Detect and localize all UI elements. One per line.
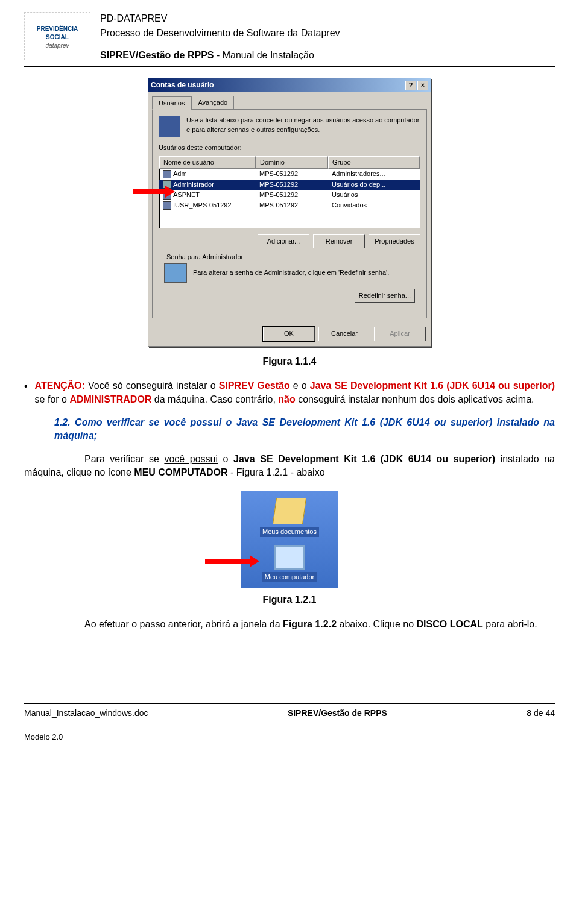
- header-text: PD-DATAPREV Processo de Desenvolvimento …: [100, 12, 555, 62]
- monitor-key-icon: [164, 263, 187, 283]
- remove-button[interactable]: Remover: [313, 234, 365, 248]
- verify-paragraph: Para verificar se você possui o Java SE …: [24, 453, 555, 480]
- cancel-button[interactable]: Cancelar: [318, 327, 370, 341]
- my-documents-label: Meus documentos: [260, 527, 319, 537]
- properties-button[interactable]: Propriedades: [369, 234, 420, 248]
- my-computer-item[interactable]: Meu computador: [262, 545, 317, 582]
- section-12-heading: 1.2. Como verificar se você possui o Jav…: [54, 416, 555, 443]
- add-button[interactable]: Adicionar...: [258, 234, 309, 248]
- footer-filename: Manual_Instalacao_windows.doc: [24, 708, 148, 720]
- list-row[interactable]: ASPNET MPS-051292 Usuários: [159, 190, 420, 200]
- desktop-panel: Meus documentos Meu computador: [241, 491, 338, 589]
- logo-line2: PREVIDÊNCIA SOCIAL: [25, 25, 90, 42]
- figure-caption-114: Figura 1.1.4: [24, 355, 555, 368]
- section-number: 1.2.: [54, 417, 71, 427]
- header-title3-tail: - Manual de Instalação: [214, 50, 314, 60]
- reset-password-button[interactable]: Redefinir senha...: [355, 289, 415, 303]
- desktop-figure: Meus documentos Meu computador: [24, 491, 555, 589]
- header-rule: [24, 66, 555, 67]
- password-group-title: Senha para Administrador: [164, 253, 245, 262]
- tabs: Usuários Avançado: [152, 96, 427, 109]
- header-title3-bold: SIPREV/Gestão de RPPS: [100, 50, 214, 60]
- user-list-label: Usuários deste computador:: [159, 143, 420, 152]
- col-domain[interactable]: Domínio: [256, 156, 328, 169]
- footer-rule: [24, 703, 555, 704]
- bullet-dot-icon: •: [24, 379, 28, 406]
- logo-icon: PREVIDÊNCIA SOCIAL dataprev: [24, 12, 90, 60]
- dialog-footer: OK Cancelar Aplicar: [148, 322, 431, 345]
- col-group[interactable]: Grupo: [328, 156, 420, 169]
- attention-label: ATENÇÃO:: [35, 380, 85, 391]
- my-documents-item[interactable]: Meus documentos: [260, 498, 319, 537]
- help-button[interactable]: ?: [405, 81, 416, 90]
- list-row-selected[interactable]: Administrador MPS-051292 Usuários do dep…: [159, 180, 420, 190]
- folder-icon: [273, 498, 306, 524]
- tab-users[interactable]: Usuários: [152, 96, 191, 110]
- header-title2: Processo de Desenvolvimento de Software …: [100, 27, 555, 40]
- attention-paragraph: • ATENÇÃO: Você só conseguirá instalar o…: [24, 379, 555, 406]
- apply-button[interactable]: Aplicar: [374, 327, 426, 341]
- list-row[interactable]: Adm MPS-051292 Administradores...: [159, 169, 420, 179]
- user-accounts-dialog: Contas de usuário ? × Usuários Avançado …: [148, 78, 431, 347]
- my-computer-label: Meu computador: [262, 572, 317, 582]
- user-listview[interactable]: Nome de usuário Domínio Grupo Adm MPS-05…: [159, 156, 420, 228]
- user-icon: [163, 170, 171, 178]
- page-footer: Manual_Instalacao_windows.doc SIPREV/Ges…: [24, 708, 555, 720]
- dialog-figure: Contas de usuário ? × Usuários Avançado …: [24, 78, 555, 347]
- close-button[interactable]: ×: [417, 81, 428, 90]
- step-paragraph: Ao efetuar o passo anterior, abrirá a ja…: [24, 618, 555, 631]
- footer-model: Modelo 2.0: [24, 732, 555, 743]
- ok-button[interactable]: OK: [263, 327, 315, 341]
- tab-pane-users: Use a lista abaixo para conceder ou nega…: [152, 109, 427, 318]
- titlebar: Contas de usuário ? ×: [148, 78, 431, 92]
- logo-line3: dataprev: [46, 42, 69, 50]
- figure-caption-121: Figura 1.2.1: [24, 593, 555, 606]
- col-username[interactable]: Nome de usuário: [159, 156, 256, 169]
- footer-title: SIPREV/Gestão de RPPS: [288, 708, 387, 720]
- dialog-title: Contas de usuário: [151, 80, 404, 90]
- document-header: PREVIDÊNCIA SOCIAL dataprev PD-DATAPREV …: [24, 12, 555, 62]
- red-arrow-icon: [133, 186, 175, 197]
- password-groupbox: Senha para Administrador Para alterar a …: [159, 257, 420, 309]
- red-arrow-icon: [205, 556, 259, 567]
- computer-icon: [274, 545, 305, 570]
- footer-page: 8 de 44: [527, 708, 555, 720]
- user-icon: [163, 201, 171, 210]
- header-title3: SIPREV/Gestão de RPPS - Manual de Instal…: [100, 49, 555, 62]
- list-row[interactable]: IUSR_MPS-051292 MPS-051292 Convidados: [159, 200, 420, 210]
- instruction-text: Use a lista abaixo para conceder ou nega…: [186, 116, 420, 134]
- listview-header: Nome de usuário Domínio Grupo: [159, 156, 420, 169]
- tab-advanced[interactable]: Avançado: [191, 96, 234, 109]
- users-key-icon: [159, 116, 180, 137]
- header-title1: PD-DATAPREV: [100, 12, 555, 25]
- password-text: Para alterar a senha de Administrador, c…: [193, 268, 415, 277]
